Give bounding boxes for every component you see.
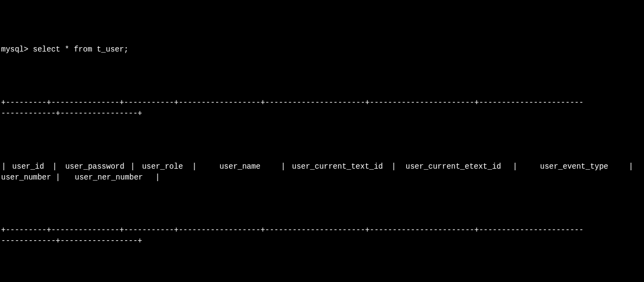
prompt-line: mysql> select * from t_user; xyxy=(1,44,644,55)
table-border-mid: +---------+---------------+-----------+-… xyxy=(1,225,644,246)
header-user-password: user_password xyxy=(57,162,130,172)
mysql-prompt: mysql> xyxy=(1,45,33,54)
header-current-etext-id: user_current_etext_id xyxy=(396,162,512,172)
header-user-name: user_name xyxy=(197,162,281,172)
header-event-type: user_event_type xyxy=(518,162,628,172)
header-user-ner-number: user_ner_number xyxy=(61,172,155,183)
sql-query: select * from t_user; xyxy=(33,45,128,54)
header-current-text-id: user_current_text_id xyxy=(286,162,391,172)
mysql-terminal[interactable]: mysql> select * from t_user; +---------+… xyxy=(0,0,644,282)
header-user-id: user_id xyxy=(6,162,52,172)
header-user-role: user_role xyxy=(135,162,192,172)
table-header: |user_id|user_password|user_role|user_na… xyxy=(1,162,644,183)
header-user-number: user_number xyxy=(1,172,55,183)
pipe-icon: | xyxy=(1,162,6,172)
table-border-top: +---------+---------------+-----------+-… xyxy=(1,98,644,119)
